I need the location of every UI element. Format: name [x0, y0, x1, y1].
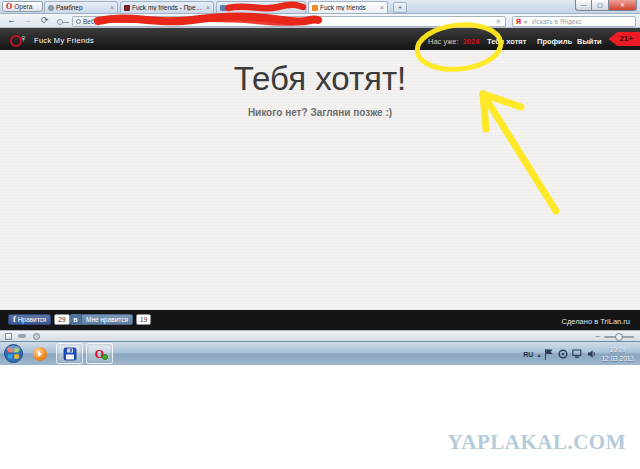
members-counter-label: Нас уже:	[428, 37, 459, 46]
new-tab-button[interactable]: +	[393, 2, 407, 13]
made-by-credit[interactable]: Сделано в TriLan.ru	[562, 317, 630, 326]
tab-close-icon[interactable]: ×	[380, 4, 384, 11]
unite-icon[interactable]	[18, 334, 26, 338]
tab-censored[interactable]: ×	[216, 1, 306, 13]
page-content: Тебя хотят! Никого нет? Загляни позже :)	[0, 50, 640, 310]
search-box[interactable]: Я ▼	[512, 16, 636, 27]
tab-fmf-active[interactable]: Fuck my friends ×	[308, 1, 388, 13]
watermark: YAPLAKAL.COM	[448, 430, 626, 455]
address-bar[interactable]: Веб ★	[72, 16, 506, 27]
taskbar-clock[interactable]: 10:09 12.03.2013	[601, 345, 638, 364]
page-title: Тебя хотят!	[0, 60, 640, 98]
opera-menu-label: Opera	[14, 3, 32, 10]
censored-favicon-icon	[220, 5, 226, 11]
yandex-icon[interactable]: Я	[516, 18, 521, 25]
forward-icon[interactable]: →	[23, 15, 32, 26]
tab-title: Fuck my friends - Пре…	[132, 4, 204, 11]
age-badge: 21+	[608, 32, 640, 46]
globe-icon	[76, 19, 81, 24]
volume-icon[interactable]	[587, 349, 597, 359]
tab-close-icon[interactable]: ×	[206, 4, 210, 11]
floppy-disk-icon	[63, 347, 77, 361]
panels-icon[interactable]	[5, 333, 12, 340]
window-controls: — ▢ ✕	[575, 0, 637, 11]
vk-icon: в	[70, 314, 81, 325]
search-engine-caret-icon[interactable]: ▼	[523, 19, 528, 25]
rambler-favicon-icon	[48, 5, 54, 11]
browser-toolbar: ← → ⟳ Веб ★ Я ▼	[0, 14, 640, 28]
language-indicator[interactable]: RU	[523, 351, 533, 358]
minimize-button[interactable]: —	[575, 0, 592, 11]
nav-item-want-you[interactable]: Тебя хотят	[487, 37, 526, 46]
back-icon[interactable]: ←	[7, 15, 16, 26]
tab-title: Рамблер	[56, 4, 108, 11]
nav-item-profile[interactable]: Профиль	[537, 37, 572, 46]
play-icon	[38, 351, 42, 357]
vk-like-widget: в Мне нравится 19	[70, 314, 151, 325]
vk-like-button[interactable]: Мне нравится	[81, 314, 133, 325]
media-player-taskbar-icon[interactable]	[33, 347, 47, 361]
maximize-button[interactable]: ▢	[592, 0, 609, 11]
members-counter-value: 2024	[463, 37, 480, 46]
windows-taskbar: O RU ▴ 10:09 12.03.	[0, 341, 640, 365]
clock-date: 12.03.2013	[601, 354, 634, 363]
facebook-like-widget: f Нравится 29	[8, 314, 70, 325]
site-footer: f Нравится 29 в Мне нравится 19 Сделано …	[0, 310, 640, 330]
tab-close-icon[interactable]: ×	[110, 4, 114, 11]
opera-taskbar-button[interactable]: O	[86, 343, 113, 364]
network-icon[interactable]	[572, 349, 583, 359]
turbo-icon[interactable]	[33, 333, 40, 340]
zoom-out-icon[interactable]: –	[596, 331, 600, 341]
vk-like-count: 19	[136, 314, 151, 325]
close-button[interactable]: ✕	[609, 0, 637, 11]
facebook-like-count: 29	[54, 314, 69, 325]
opera-logo-icon: O	[6, 3, 12, 11]
hidden-icons-chevron-icon[interactable]: ▴	[537, 351, 540, 358]
reload-icon[interactable]: ⟳	[41, 15, 49, 26]
screenshot-root: O Opera Рамблер × Fuck my friends - Пре……	[0, 0, 640, 469]
empty-state-text: Никого нет? Загляни позже :)	[0, 107, 640, 118]
facebook-like-label: Нравится	[18, 316, 47, 323]
tab-close-icon[interactable]: ×	[298, 4, 302, 11]
tab-fmf-profile[interactable]: Fuck my friends - Пре… ×	[120, 1, 214, 13]
clock-time: 10:09	[601, 345, 634, 354]
tab-rambler[interactable]: Рамблер ×	[44, 1, 118, 13]
members-counter: Нас уже: 2024	[428, 37, 479, 46]
web-mode-badge[interactable]: Веб	[73, 17, 99, 26]
action-center-flag-icon[interactable]	[544, 349, 554, 360]
browser-status-bar: –	[0, 330, 640, 341]
opera-menu-button[interactable]: O Opera	[2, 1, 43, 12]
site-brand[interactable]: Fuck My Friends	[34, 36, 94, 45]
nav-item-logout[interactable]: Выйти	[577, 37, 602, 46]
update-icon[interactable]	[558, 349, 568, 359]
save-app-taskbar-button[interactable]	[56, 343, 83, 364]
web-badge-label: Веб	[83, 18, 95, 25]
system-tray: RU ▴ 10:09 12.03.2013	[523, 342, 638, 366]
zoom-slider-handle[interactable]	[615, 333, 623, 341]
address-input[interactable]	[99, 17, 492, 26]
site-header: ♀ Fuck My Friends Нас уже: 2024 Тебя хот…	[0, 28, 640, 50]
facebook-like-button[interactable]: f Нравится	[8, 314, 51, 325]
start-button[interactable]	[4, 344, 23, 363]
link-key-icon[interactable]	[57, 19, 63, 25]
site-logo-female-icon: ♀	[19, 31, 27, 45]
search-input[interactable]	[530, 17, 632, 26]
facebook-icon: f	[13, 315, 16, 324]
opera-status-badge	[102, 354, 108, 360]
fmf-active-favicon-icon	[312, 5, 318, 11]
tab-title: Fuck my friends	[320, 4, 378, 11]
fmf-favicon-icon	[124, 5, 130, 11]
bookmark-star-icon[interactable]: ★	[492, 17, 505, 26]
browser-tab-bar: O Opera Рамблер × Fuck my friends - Пре……	[0, 0, 640, 14]
